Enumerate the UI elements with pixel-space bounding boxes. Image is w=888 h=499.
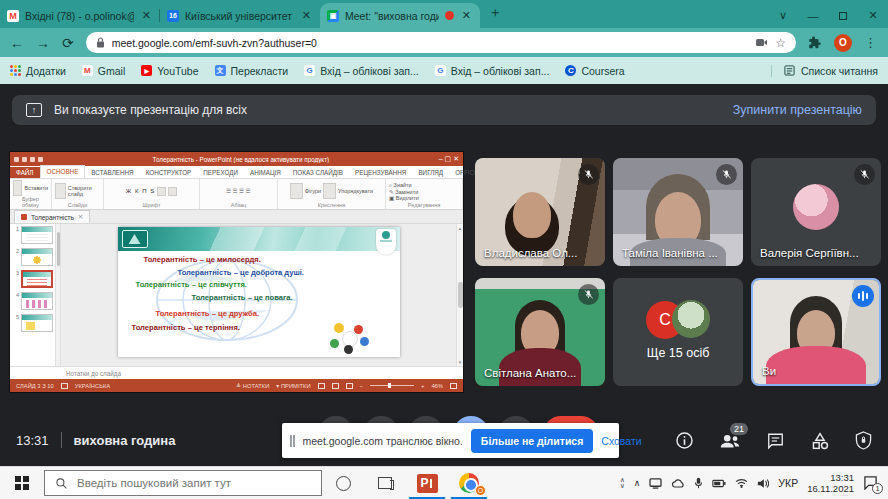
scroll-up-icon[interactable]: ▴	[459, 225, 462, 231]
slide-thumbnail[interactable]	[21, 248, 53, 266]
browser-menu-icon[interactable]: ⋮	[864, 35, 878, 50]
shapes-label[interactable]: Фігури	[305, 188, 321, 194]
language-indicator[interactable]: УКР	[778, 477, 798, 489]
cortana-button[interactable]	[322, 467, 364, 499]
thumbnail-row[interactable]: 1	[12, 226, 53, 244]
ppt-tab-animations[interactable]: АНІМАЦІЯ	[244, 167, 287, 178]
ppt-tab-insert[interactable]: ВСТАВЛЕННЯ	[85, 167, 139, 178]
slide-thumbnail-selected[interactable]	[21, 270, 53, 288]
tab-gmail[interactable]: M Вхідні (78) - o.polinok@kubg.edu ✕	[0, 3, 160, 28]
slide-vertical-scrollbar[interactable]: ▴▾	[456, 224, 463, 366]
participant-tile[interactable]: Таміла Іванівна ...	[613, 158, 743, 266]
new-slide-icon[interactable]	[55, 183, 66, 199]
reading-list-button[interactable]: Список читання	[771, 65, 878, 77]
back-button[interactable]: ←	[10, 36, 24, 50]
chat-button[interactable]	[766, 432, 785, 450]
thumbnail-row[interactable]: 4	[12, 292, 53, 310]
taskbar-chrome[interactable]: O	[448, 467, 490, 499]
ppt-tab-view[interactable]: ВИГЛЯД	[412, 167, 449, 178]
microphone-icon[interactable]	[694, 477, 703, 489]
bookmark-youtube[interactable]: ▶YouTube	[141, 65, 198, 77]
font-buttons[interactable]: Ж К П S	[126, 188, 155, 194]
more-participants-tile[interactable]: С Ще 15 осіб	[613, 278, 743, 386]
taskbar-search[interactable]	[44, 470, 322, 496]
bookmark-translate[interactable]: 文Перекласти	[215, 65, 289, 77]
current-slide[interactable]: Толерантність – це милосердя. Толерантні…	[118, 227, 400, 357]
start-button[interactable]	[0, 467, 44, 499]
participant-tile[interactable]: Владислава Ол...	[475, 158, 605, 266]
notes-toggle[interactable]: ≜ НОТАТКИ	[236, 383, 269, 389]
cast-icon[interactable]	[649, 478, 662, 489]
onedrive-cloud-icon[interactable]	[671, 479, 685, 488]
search-input[interactable]	[77, 477, 277, 489]
stop-presenting-button[interactable]: Зупинити презентацію	[733, 103, 862, 117]
ppt-tab-file[interactable]: ФАЙЛ	[10, 167, 40, 178]
tab-university-calendar[interactable]: 16 Київський університет імені Бор ✕	[160, 3, 320, 28]
ppt-tab-review[interactable]: РЕЦЕНЗУВАННЯ	[349, 167, 412, 178]
participant-tile[interactable]: Валерія Сергіївн...	[751, 158, 881, 266]
comments-toggle[interactable]: ▾ ПРИМІТКИ	[276, 383, 310, 389]
tray-clock[interactable]: 13:31 16.11.2021	[807, 472, 854, 495]
thumbnail-row[interactable]: 5	[12, 314, 53, 332]
wifi-icon[interactable]	[735, 478, 748, 488]
bookmark-google-signin-1[interactable]: GВхід – облікові зап...	[304, 65, 419, 77]
font-color-icon[interactable]	[157, 187, 166, 196]
slide-thumbnail-panel[interactable]: 1 2 3 4 5	[10, 224, 56, 366]
document-tab[interactable]: Толерантність✕	[14, 210, 90, 223]
forward-button[interactable]: →	[36, 36, 50, 50]
taskbar-powerpoint[interactable]: P	[406, 467, 448, 499]
bookmark-apps[interactable]: Додатки	[10, 65, 66, 77]
language-indicator[interactable]: УКРАЇНСЬКА	[75, 383, 110, 389]
select-button[interactable]: ▣ Виділити	[389, 195, 419, 201]
sorter-view-icon[interactable]	[332, 383, 339, 389]
tab-meet-active[interactable]: ▣ Meet: "виховна година " ✕	[320, 3, 480, 28]
tray-expand-icon[interactable]: ∧	[634, 478, 641, 488]
slide-thumbnail[interactable]	[21, 226, 53, 244]
zoom-out-icon[interactable]: −	[360, 383, 363, 389]
zoom-slider[interactable]	[370, 385, 414, 386]
bookmark-coursera[interactable]: CCoursera	[565, 65, 624, 77]
ppt-notes-pane[interactable]: Нотатки до слайда	[10, 366, 463, 379]
shapes-icon[interactable]	[290, 183, 303, 199]
thumbnail-row[interactable]: 3	[12, 270, 53, 288]
window-chevron-icon[interactable]: ∨	[768, 9, 798, 22]
participants-button[interactable]: 21	[719, 432, 741, 450]
slide-thumbnail[interactable]	[21, 314, 53, 332]
volume-icon[interactable]	[757, 478, 769, 489]
reading-view-icon[interactable]	[346, 383, 353, 389]
spellcheck-icon[interactable]	[61, 383, 68, 389]
ppt-quick-access-toolbar[interactable]	[14, 157, 43, 162]
address-bar[interactable]: meet.google.com/emf-suvh-zvn?authuser=0 …	[86, 32, 796, 53]
ppt-window-controls[interactable]: – ▢ ✕	[439, 155, 459, 163]
tab-close-icon[interactable]: ✕	[460, 9, 473, 22]
window-minimize-button[interactable]: —	[798, 10, 828, 22]
document-tab-close-icon[interactable]: ✕	[78, 213, 83, 221]
tray-scroll-arrows[interactable]: ∧∨	[620, 477, 625, 490]
activities-button[interactable]	[810, 432, 830, 450]
paste-label[interactable]: Вставити	[24, 185, 48, 191]
new-tab-button[interactable]: ＋	[488, 4, 502, 22]
drag-handle-icon[interactable]	[290, 435, 295, 447]
zoom-in-icon[interactable]: +	[421, 383, 424, 389]
reload-button[interactable]: ⟳	[62, 36, 74, 50]
zoom-percent[interactable]: 46%	[431, 383, 443, 389]
bookmark-google-signin-2[interactable]: GВхід – облікові зап...	[435, 65, 550, 77]
hide-notification-button[interactable]: Сховати	[601, 435, 641, 447]
meeting-details-button[interactable]	[675, 431, 694, 450]
paste-icon[interactable]	[13, 180, 22, 196]
find-button[interactable]: ⌕ Знайти	[389, 182, 412, 189]
tab-close-icon[interactable]: ✕	[140, 9, 153, 22]
normal-view-icon[interactable]	[318, 383, 325, 389]
task-view-button[interactable]	[364, 467, 406, 499]
participant-tile[interactable]: Світлана Анато...	[475, 278, 605, 386]
bookmark-gmail[interactable]: MGmail	[82, 65, 125, 77]
arrange-label[interactable]: Упорядкувати	[338, 188, 373, 194]
font-size-icon[interactable]	[168, 187, 177, 196]
bookmark-star-icon[interactable]: ☆	[775, 36, 786, 50]
fit-slide-icon[interactable]	[450, 383, 457, 389]
profile-avatar[interactable]: O	[834, 34, 852, 52]
window-close-button[interactable]: ✕	[858, 9, 888, 22]
action-center-button[interactable]: 1	[863, 476, 878, 490]
thumbnail-row[interactable]: 2	[12, 248, 53, 266]
new-slide-label[interactable]: Створити слайд	[68, 185, 100, 197]
